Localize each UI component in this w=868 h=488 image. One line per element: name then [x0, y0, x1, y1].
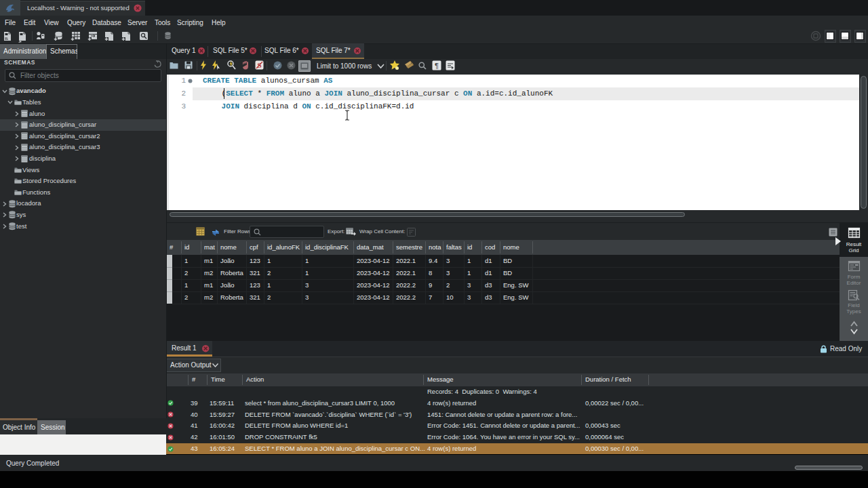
svg-text:¶: ¶ [435, 62, 439, 70]
